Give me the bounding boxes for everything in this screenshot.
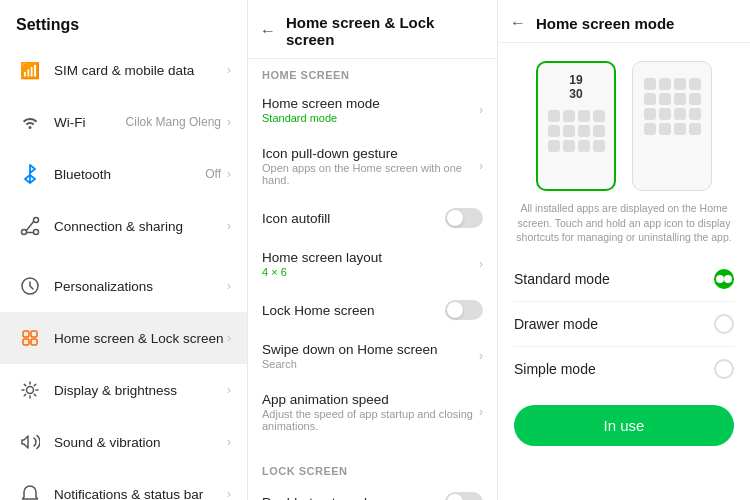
app-dot bbox=[578, 125, 590, 137]
display-icon bbox=[16, 376, 44, 404]
lock-toggle[interactable] bbox=[445, 300, 483, 320]
chevron-right-icon: › bbox=[227, 279, 231, 293]
mid-item-title: Icon autofill bbox=[262, 211, 445, 226]
sidebar-item-sound[interactable]: Sound & vibration › bbox=[0, 416, 247, 468]
app-dot bbox=[674, 108, 686, 120]
mid-item-content: Home screen mode Standard mode bbox=[262, 96, 479, 124]
mode-label-drawer: Drawer mode bbox=[514, 316, 714, 332]
sound-icon bbox=[16, 428, 44, 456]
mid-item-content: Icon autofill bbox=[262, 211, 445, 226]
mode-item-standard[interactable]: Standard mode bbox=[514, 257, 734, 302]
radio-simple[interactable] bbox=[714, 359, 734, 379]
bluetooth-icon bbox=[16, 160, 44, 188]
sidebar-item-homescreen[interactable]: Home screen & Lock screen › bbox=[0, 312, 247, 364]
sidebar-item-label: Notifications & status bar bbox=[54, 487, 227, 501]
sidebar-item-label: Sound & vibration bbox=[54, 435, 227, 450]
chevron-right-icon: › bbox=[227, 63, 231, 77]
mode-label-simple: Simple mode bbox=[514, 361, 714, 377]
mid-item-content: Swipe down on Home screen Search bbox=[262, 342, 479, 370]
mid-item-swipe[interactable]: Swipe down on Home screen Search › bbox=[248, 331, 497, 381]
mid-item-layout[interactable]: Home screen layout 4 × 6 › bbox=[248, 239, 497, 289]
app-dot bbox=[563, 140, 575, 152]
app-grid bbox=[638, 74, 707, 139]
chevron-right-icon: › bbox=[227, 383, 231, 397]
sidebar-item-label: Connection & sharing bbox=[54, 219, 227, 234]
mid-item-sub: Search bbox=[262, 358, 479, 370]
bluetooth-sub: Off bbox=[205, 167, 221, 181]
app-dot bbox=[563, 110, 575, 122]
mid-item-animation[interactable]: App animation speed Adjust the speed of … bbox=[248, 381, 497, 443]
sidebar-item-display[interactable]: Display & brightness › bbox=[0, 364, 247, 416]
sidebar-item-connection[interactable]: Connection & sharing › bbox=[0, 200, 247, 252]
mode-item-drawer[interactable]: Drawer mode bbox=[514, 302, 734, 347]
mid-item-mode[interactable]: Home screen mode Standard mode › bbox=[248, 85, 497, 135]
sidebar-item-notifications[interactable]: Notifications & status bar › bbox=[0, 468, 247, 500]
sidebar-item-label: Personalizations bbox=[54, 279, 227, 294]
sidebar-item-sim[interactable]: 📶 SIM card & mobile data › bbox=[0, 44, 247, 96]
chevron-right-icon: › bbox=[479, 159, 483, 173]
middle-panel: ← Home screen & Lock screen HOME SCREEN … bbox=[248, 0, 498, 500]
lock-screen-section-label: LOCK SCREEN bbox=[248, 455, 497, 481]
svg-rect-5 bbox=[23, 339, 29, 345]
radio-standard[interactable] bbox=[714, 269, 734, 289]
svg-point-7 bbox=[27, 387, 34, 394]
mid-item-content: Icon pull-down gesture Open apps on the … bbox=[262, 146, 479, 186]
app-dot bbox=[593, 140, 605, 152]
svg-rect-4 bbox=[31, 331, 37, 337]
sidebar-item-bluetooth[interactable]: Bluetooth Off › bbox=[0, 148, 247, 200]
chevron-right-icon: › bbox=[227, 167, 231, 181]
radio-drawer[interactable] bbox=[714, 314, 734, 334]
mid-item-doubletap[interactable]: Double-tap to wake screen bbox=[248, 481, 497, 500]
app-dot bbox=[689, 123, 701, 135]
mid-item-lock[interactable]: Lock Home screen bbox=[248, 289, 497, 331]
in-use-button[interactable]: In use bbox=[514, 405, 734, 446]
home-screen-section-label: HOME SCREEN bbox=[248, 59, 497, 85]
app-dot bbox=[659, 78, 671, 90]
app-dot bbox=[644, 93, 656, 105]
app-dot bbox=[644, 123, 656, 135]
right-panel-title: Home screen mode bbox=[536, 15, 674, 32]
chevron-right-icon: › bbox=[479, 349, 483, 363]
chevron-right-icon: › bbox=[227, 331, 231, 345]
chevron-right-icon: › bbox=[479, 103, 483, 117]
mid-item-content: App animation speed Adjust the speed of … bbox=[262, 392, 479, 432]
svg-rect-6 bbox=[31, 339, 37, 345]
radio-dot bbox=[716, 275, 724, 283]
sidebar-item-personalizations[interactable]: Personalizations › bbox=[0, 260, 247, 312]
phone-preview-area: 1930 bbox=[498, 43, 750, 201]
settings-panel: Settings 📶 SIM card & mobile data › Wi-F… bbox=[0, 0, 248, 500]
mode-item-simple[interactable]: Simple mode bbox=[514, 347, 734, 391]
wifi-sub: Cilok Mang Oleng bbox=[126, 115, 221, 129]
mid-item-content: Home screen layout 4 × 6 bbox=[262, 250, 479, 278]
mid-item-title: Home screen mode bbox=[262, 96, 479, 111]
sidebar-item-wifi[interactable]: Wi-Fi Cilok Mang Oleng › bbox=[0, 96, 247, 148]
autofill-toggle[interactable] bbox=[445, 208, 483, 228]
chevron-right-icon: › bbox=[479, 257, 483, 271]
chevron-right-icon: › bbox=[227, 435, 231, 449]
sidebar-item-label: Wi-Fi bbox=[54, 115, 126, 130]
mid-item-title: Lock Home screen bbox=[262, 303, 445, 318]
mid-item-gesture[interactable]: Icon pull-down gesture Open apps on the … bbox=[248, 135, 497, 197]
mid-item-title: Home screen layout bbox=[262, 250, 479, 265]
app-dot bbox=[593, 125, 605, 137]
mid-item-sub: Adjust the speed of app startup and clos… bbox=[262, 408, 479, 432]
app-dot bbox=[578, 140, 590, 152]
middle-header: ← Home screen & Lock screen bbox=[248, 0, 497, 59]
back-icon[interactable]: ← bbox=[260, 22, 276, 40]
sidebar-item-label: Bluetooth bbox=[54, 167, 205, 182]
doubletap-toggle[interactable] bbox=[445, 492, 483, 500]
personalizations-icon bbox=[16, 272, 44, 300]
app-dot bbox=[578, 110, 590, 122]
mid-item-sub: 4 × 6 bbox=[262, 266, 479, 278]
standard-mode-preview: 1930 bbox=[536, 61, 616, 191]
wifi-icon bbox=[16, 108, 44, 136]
mid-item-title: Icon pull-down gesture bbox=[262, 146, 479, 161]
mid-item-title: Double-tap to wake screen bbox=[262, 495, 445, 501]
mid-item-sub: Open apps on the Home screen with one ha… bbox=[262, 162, 479, 186]
app-dot bbox=[689, 93, 701, 105]
app-dot bbox=[689, 78, 701, 90]
back-icon[interactable]: ← bbox=[510, 14, 526, 32]
mid-item-autofill[interactable]: Icon autofill bbox=[248, 197, 497, 239]
sidebar-item-label: Home screen & Lock screen bbox=[54, 331, 227, 346]
homescreen-icon bbox=[16, 324, 44, 352]
